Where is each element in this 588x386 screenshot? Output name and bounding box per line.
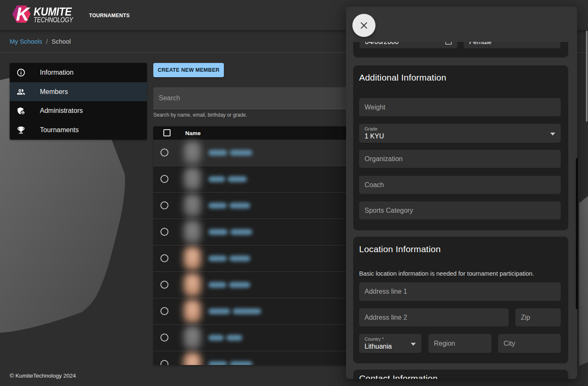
svg-text:K: K [16, 5, 31, 23]
